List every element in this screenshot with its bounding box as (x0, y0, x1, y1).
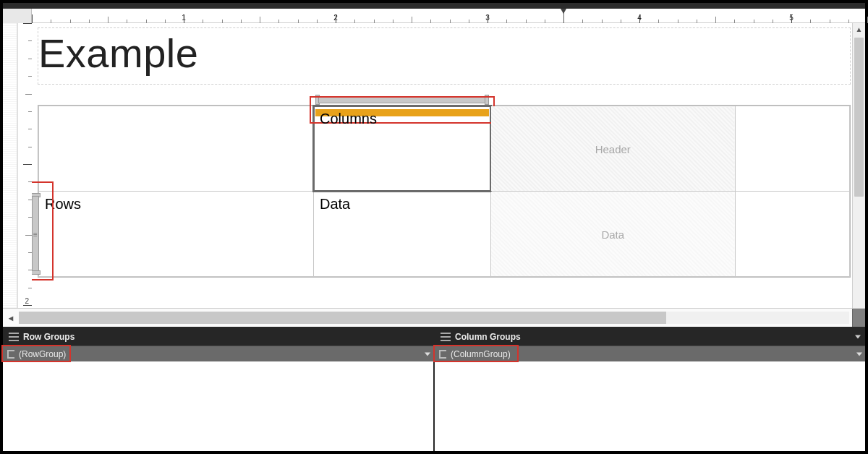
column-groups-body[interactable] (435, 361, 865, 451)
horizontal-scroll-thumb[interactable] (19, 312, 666, 324)
vertical-scrollbar[interactable]: ▲ (852, 23, 865, 308)
row-groups-title: Row Groups (23, 332, 75, 342)
horizontal-scrollbar[interactable]: ◄ ► (3, 308, 865, 327)
vruler-margin-strip (3, 23, 17, 327)
tablix-extra-header-cell[interactable] (735, 106, 849, 192)
horizontal-ruler[interactable]: 12345 (3, 9, 865, 23)
row-group-handle-icon[interactable]: ≡ (32, 192, 42, 276)
grid-icon (441, 333, 451, 341)
row-group-item-label: (RowGroup) (19, 349, 66, 359)
row-groups-body[interactable] (3, 361, 433, 451)
ruler-ticks: 12345 (32, 9, 852, 23)
row-groups-header[interactable]: Row Groups (3, 328, 433, 346)
vertical-ruler[interactable]: 2 (3, 23, 32, 327)
tablix-outer-header-cell[interactable]: Header (490, 106, 735, 192)
group-bracket-icon (439, 350, 446, 359)
report-title-text: Example (38, 30, 198, 76)
titlebar-strip (3, 3, 865, 9)
data-cell-label: Data (320, 196, 350, 212)
scroll-left-icon[interactable]: ◄ (4, 312, 17, 325)
report-body[interactable]: Example Columns (38, 27, 851, 308)
scroll-up-icon[interactable]: ▲ (853, 23, 865, 36)
column-group-item[interactable]: (ColumnGroup) (435, 346, 865, 361)
horizontal-scroll-track[interactable] (19, 312, 849, 324)
outer-header-label: Header (595, 142, 631, 155)
row-group-cell-label: Rows (45, 196, 81, 212)
column-group-cell-label: Columns (320, 111, 377, 127)
vertical-scroll-thumb[interactable] (854, 38, 864, 197)
window-frame: 12345 2 Example (0, 0, 868, 454)
tablix-row-group-cell[interactable]: ≡ Rows (39, 192, 314, 277)
dropdown-arrow-icon[interactable] (425, 352, 430, 356)
ruler-marker-icon[interactable] (563, 9, 564, 23)
ruler-corner (3, 9, 32, 23)
panel-menu-arrow-icon[interactable] (855, 335, 861, 339)
dropdown-arrow-icon[interactable] (856, 352, 862, 356)
column-groups-title: Column Groups (455, 332, 521, 342)
scrollbar-corner (852, 309, 865, 327)
design-surface[interactable]: Example Columns (32, 23, 852, 308)
column-group-item-label: (ColumnGroup) (451, 349, 511, 359)
row-groups-panel: Row Groups (RowGroup) (3, 328, 433, 451)
tablix-column-group-cell[interactable]: Columns (314, 106, 491, 192)
report-title-textbox[interactable]: Example (38, 27, 851, 85)
grouping-pane: Row Groups (RowGroup) Column Groups (Col… (3, 327, 865, 451)
grid-icon (9, 333, 19, 341)
vruler-ticks: 2 (17, 23, 32, 327)
group-bracket-icon (7, 350, 14, 359)
row-group-item[interactable]: (RowGroup) (3, 346, 433, 361)
tablix[interactable]: Columns Header ≡ (38, 105, 851, 278)
tablix-extra-data-cell[interactable] (735, 192, 849, 277)
column-groups-panel: Column Groups (ColumnGroup) (433, 328, 865, 451)
column-groups-header[interactable]: Column Groups (435, 328, 865, 346)
tablix-outer-data-cell[interactable]: Data (490, 192, 735, 277)
outer-data-label: Data (601, 228, 624, 240)
tablix-data-cell[interactable]: Data (314, 192, 491, 277)
tablix-corner-cell[interactable] (39, 106, 314, 192)
column-group-handle-icon[interactable] (314, 93, 490, 106)
